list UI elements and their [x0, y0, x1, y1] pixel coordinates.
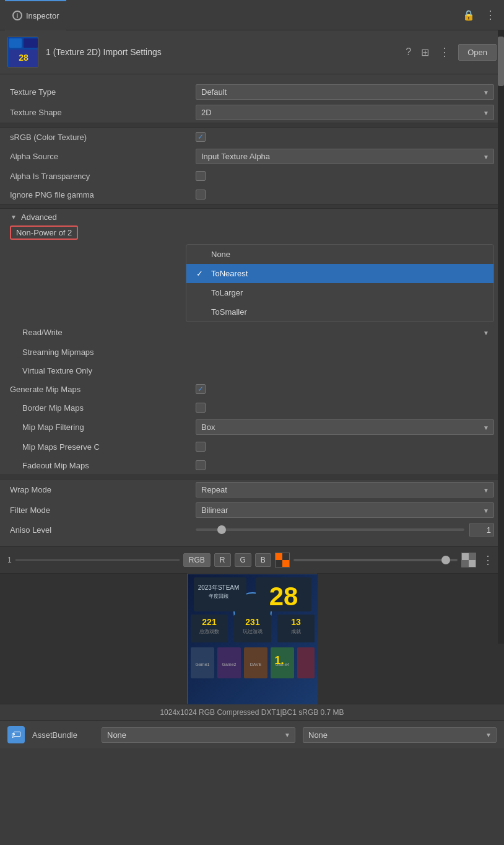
- preview-slider[interactable]: [293, 559, 458, 561]
- non-power-dropdown-popup: None ✓ ToNearest ToLarger ToSmaller: [186, 244, 494, 322]
- ignore-png-label: Ignore PNG file gamma: [10, 190, 196, 199]
- inspector-tab[interactable]: i Inspector: [5, 0, 66, 30]
- wrap-mode-dropdown[interactable]: Repeat: [196, 482, 494, 497]
- tonearest-label: ToNearest: [211, 269, 248, 278]
- aniso-slider[interactable]: [196, 528, 464, 531]
- advanced-section-header[interactable]: ▼ Advanced: [0, 209, 504, 225]
- alpha-source-value: Input Texture Alpha: [196, 149, 494, 164]
- generate-mip-checkbox[interactable]: [196, 384, 206, 394]
- texture-type-row: Texture Type Default: [0, 82, 504, 102]
- page-wrapper: i Inspector 🔒 ⋮ 28 1 (Texture 2D) Import…: [0, 0, 504, 748]
- rgb-channel-button[interactable]: RGB: [183, 553, 211, 567]
- bg-toggle-button[interactable]: [461, 553, 476, 567]
- alpha-source-dropdown-wrapper: Input Texture Alpha: [196, 149, 494, 164]
- filter-mode-dropdown-wrapper: Bilinear: [196, 502, 494, 518]
- fadeout-checkbox[interactable]: [196, 460, 206, 470]
- aniso-label: Aniso Level: [10, 525, 196, 535]
- asset-more-button[interactable]: ⋮: [437, 43, 453, 61]
- tolarger-label: ToLarger: [211, 288, 243, 297]
- asset-actions: ? ⊞ ⋮ Open: [403, 43, 497, 61]
- main-content: Texture Type Default Texture Shape 2D: [0, 74, 504, 546]
- mip-filtering-dropdown[interactable]: Box: [196, 419, 494, 435]
- wrap-mode-dropdown-wrapper: Repeat: [196, 482, 494, 497]
- scrollbar-thumb[interactable]: [498, 37, 504, 86]
- texture-shape-row: Texture Shape 2D: [0, 102, 504, 123]
- settings-button[interactable]: ⊞: [419, 44, 432, 61]
- bottom-toolbar: 1 RGB R G B ⋮: [0, 546, 504, 574]
- more-options-button[interactable]: ⋮: [482, 6, 499, 24]
- ignore-png-checkbox[interactable]: [196, 190, 206, 199]
- dropdown-item-tonearest[interactable]: ✓ ToNearest: [186, 264, 493, 283]
- ignore-png-row: Ignore PNG file gamma: [0, 185, 504, 204]
- asset-bundle-label: AssetBundle: [32, 730, 94, 740]
- alpha-transparency-label: Alpha Is Transparency: [10, 172, 196, 181]
- aniso-slider-input[interactable]: 1: [469, 523, 494, 536]
- filter-mode-row: Filter Mode Bilinear: [0, 500, 504, 520]
- lock-button[interactable]: 🔒: [460, 6, 477, 24]
- advanced-arrow-icon: ▼: [10, 214, 17, 221]
- tosmaller-label: ToSmaller: [211, 307, 247, 317]
- header-actions: 🔒 ⋮: [460, 6, 499, 24]
- read-write-row: Read/Write: [0, 322, 504, 343]
- aniso-slider-wrapper: 1: [196, 523, 494, 536]
- svg-text:DAVE: DAVE: [250, 662, 262, 667]
- tag-icon[interactable]: 🏷: [7, 726, 25, 743]
- srgb-row: sRGB (Color Texture): [0, 128, 504, 146]
- svg-text:1.: 1.: [274, 654, 284, 667]
- ab-dropdown2[interactable]: None: [303, 727, 497, 743]
- dropdown-item-none[interactable]: None: [186, 245, 493, 264]
- svg-text:Game1: Game1: [196, 662, 210, 667]
- ab-dropdown1[interactable]: None: [102, 727, 295, 743]
- filter-mode-dropdown[interactable]: Bilinear: [196, 502, 494, 518]
- ab-dropdown1-wrapper: None: [102, 727, 295, 743]
- aniso-slider-thumb[interactable]: [217, 525, 226, 534]
- alpha-transparency-checkbox[interactable]: [196, 171, 206, 181]
- info-icon: i: [12, 11, 22, 20]
- wrap-mode-label: Wrap Mode: [10, 485, 196, 494]
- border-mip-row: Border Mip Maps: [0, 398, 504, 417]
- streaming-mipmaps-label: Streaming Mipmaps: [10, 348, 196, 357]
- non-power-highlight[interactable]: Non-Power of 2: [10, 225, 78, 240]
- preview-more-button[interactable]: ⋮: [480, 551, 497, 569]
- svg-text:2023年STEAM: 2023年STEAM: [198, 584, 240, 591]
- dropdown-item-tolarger[interactable]: ToLarger: [186, 283, 493, 302]
- srgb-value: [196, 132, 494, 142]
- border-mip-checkbox[interactable]: [196, 403, 206, 413]
- help-button[interactable]: ?: [403, 44, 414, 60]
- b-channel-button[interactable]: B: [255, 553, 271, 567]
- mip-preserve-checkbox[interactable]: [196, 442, 206, 452]
- scrollbar[interactable]: [498, 30, 504, 644]
- g-channel-button[interactable]: G: [235, 553, 251, 567]
- dropdown-item-tosmaller[interactable]: ToSmaller: [186, 302, 493, 322]
- info-bar: 1024x1024 RGB Compressed DXT1|BC1 sRGB 0…: [0, 704, 504, 720]
- open-button[interactable]: Open: [458, 44, 497, 61]
- filter-mode-label: Filter Mode: [10, 506, 196, 515]
- texture-type-label: Texture Type: [10, 87, 196, 97]
- read-write-label: Read/Write: [10, 328, 196, 337]
- streaming-mipmaps-row: Streaming Mipmaps: [0, 343, 504, 361]
- separator-2: [0, 204, 504, 209]
- wrap-mode-row: Wrap Mode Repeat: [0, 479, 504, 500]
- mip-filtering-label: Mip Map Filtering: [10, 422, 196, 432]
- svg-rect-2: [24, 38, 38, 48]
- fadeout-value: [196, 460, 494, 470]
- border-mip-label: Border Mip Maps: [10, 403, 196, 413]
- inspector-title: Inspector: [26, 11, 59, 20]
- svg-rect-26: [297, 647, 315, 678]
- wrap-mode-value: Repeat: [196, 482, 494, 497]
- info-text: 1024x1024 RGB Compressed DXT1|BC1 sRGB 0…: [160, 708, 344, 717]
- texture-type-dropdown-wrapper: Default: [196, 84, 494, 100]
- r-channel-button[interactable]: R: [214, 553, 231, 567]
- texture-type-dropdown[interactable]: Default: [196, 84, 494, 100]
- virtual-texture-row: Virtual Texture Only: [0, 361, 504, 380]
- preview-slider-thumb[interactable]: [441, 556, 450, 564]
- thumbnail-image: 28: [8, 37, 38, 67]
- alpha-source-dropdown[interactable]: Input Texture Alpha: [196, 149, 494, 164]
- non-power-label: Non-Power of 2: [10, 228, 196, 237]
- alpha-toggle-button[interactable]: [275, 553, 290, 567]
- texture-shape-label: Texture Shape: [10, 108, 196, 117]
- texture-shape-dropdown[interactable]: 2D: [196, 105, 494, 120]
- inspector-header: i Inspector 🔒 ⋮: [0, 0, 504, 30]
- filter-mode-value: Bilinear: [196, 502, 494, 518]
- srgb-checkbox[interactable]: [196, 132, 206, 142]
